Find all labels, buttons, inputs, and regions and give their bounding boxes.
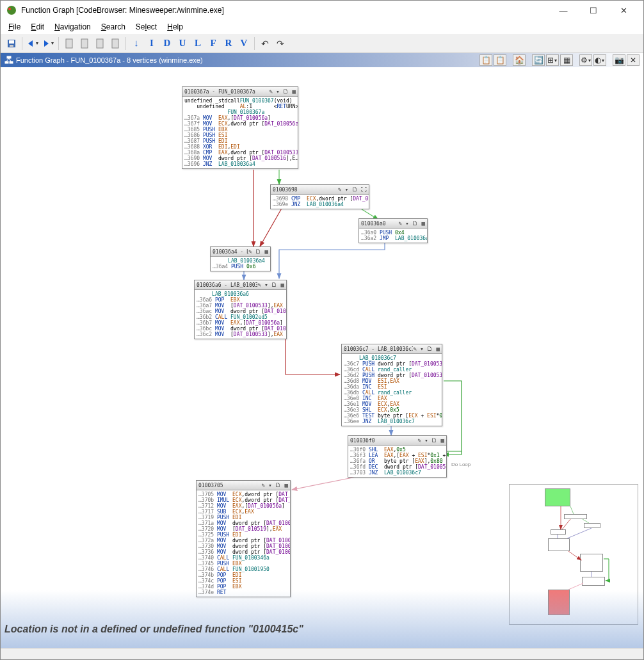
main-toolbar: ▾ ▾ ↓ I D U L F R V ↶ ↷ [1, 34, 643, 53]
home-icon[interactable]: 🏠 [513, 54, 526, 66]
svg-rect-5 [66, 39, 72, 48]
svg-rect-4 [10, 45, 13, 47]
undo-icon[interactable]: ↶ [258, 36, 272, 51]
menubar: File Edit Navigation Search Select Help [1, 20, 643, 34]
camera-icon[interactable]: 📷 [613, 54, 625, 66]
svg-point-0 [7, 6, 16, 15]
svg-point-1 [8, 8, 11, 10]
window-title: Function Graph [CodeBrowser: Minesweeper… [21, 6, 549, 15]
titlebar: Function Graph [CodeBrowser: Minesweeper… [1, 1, 643, 20]
redo-icon[interactable]: ↷ [273, 36, 287, 51]
menu-file[interactable]: File [4, 21, 24, 33]
graph-icon [4, 56, 13, 65]
menu-help[interactable]: Help [163, 21, 187, 33]
graph-node-010036a4[interactable]: 010036a4 - L…✎ 🗋 ▦ LAB_010036a4 …36a4 PU… [210, 246, 271, 271]
save-icon[interactable] [4, 36, 19, 51]
svg-rect-6 [81, 39, 88, 48]
panel-toolbar: 📋 📋 🏠 🔄 ⊞▾ ▦ ⚙▾ ◐▾ 📷 ✕ [479, 54, 640, 66]
statusbar [1, 648, 643, 659]
paste-icon[interactable]: 📋 [494, 54, 506, 66]
toolbar-V[interactable]: V [237, 36, 251, 51]
window-controls: — ☐ ✕ [549, 1, 638, 19]
graph-node-01003705[interactable]: 01003705✎ ▾ 🗋 ▦ …3705 MOV ECX,dword ptr … [196, 480, 291, 597]
toolbar-down-icon[interactable]: ↓ [129, 36, 143, 51]
doc4-icon[interactable] [108, 36, 122, 51]
svg-rect-8 [112, 39, 118, 48]
layout-icon[interactable]: ⊞▾ [546, 54, 559, 66]
status-message: Location is not in a defined or undefine… [4, 624, 303, 635]
refresh-icon[interactable]: 🔄 [532, 54, 545, 66]
toolbar-U[interactable]: U [175, 36, 189, 51]
graph-node-010036f0[interactable]: 010036f0✎ ▾ 🗋 ▦ …36f0 SHL EAX,0x5 …36f3 … [348, 435, 447, 478]
svg-rect-7 [97, 39, 103, 48]
svg-rect-9 [7, 56, 11, 58]
maximize-button[interactable]: ☐ [579, 1, 608, 19]
graph-canvas[interactable]: 0100367a - FUN_0100367a✎ ▾ 🗋 ▦ undefined… [1, 67, 643, 648]
doc2-icon[interactable] [77, 36, 92, 51]
svg-line-12 [6, 58, 9, 61]
back-icon[interactable]: ▾ [26, 36, 40, 51]
loop-label: Do Loop [451, 462, 471, 467]
nested-icon[interactable]: ▦ [560, 54, 573, 66]
graph-node-0100367a[interactable]: 0100367a - FUN_0100367a✎ ▾ 🗋 ▦ undefined… [182, 86, 298, 169]
svg-rect-11 [10, 61, 13, 63]
graph-node-010036a6[interactable]: 010036a6 - LAB_010036a6✎ ▾ 🗋 ▦ LAB_01003… [194, 280, 287, 339]
close-button[interactable]: ✕ [609, 1, 638, 19]
options-icon[interactable]: ◐▾ [593, 54, 606, 66]
doc3-icon[interactable] [93, 36, 107, 51]
menu-search[interactable]: Search [97, 21, 129, 33]
forward-icon[interactable]: ▾ [41, 36, 55, 51]
svg-line-13 [9, 58, 11, 61]
panel-title: Function Graph - FUN_0100367a - 8 vertic… [16, 56, 203, 64]
app-icon [6, 4, 17, 16]
menu-edit[interactable]: Edit [27, 21, 48, 33]
toolbar-I[interactable]: I [145, 36, 159, 51]
menu-select[interactable]: Select [132, 21, 161, 33]
graph-node-01003698[interactable]: 01003698✎ ▾ 🗋 ⛶ …3698 CMP ECX,dword ptr … [270, 184, 369, 209]
menu-navigation[interactable]: Navigation [51, 21, 95, 33]
toolbar-F[interactable]: F [206, 36, 220, 51]
graph-node-010036a0[interactable]: 010036a0✎ ▾ 🗋 ▦ …36a0 PUSH 0x4 …36a2 JMP… [358, 218, 428, 243]
copy-icon[interactable]: 📋 [479, 54, 492, 66]
doc1-icon[interactable] [62, 36, 76, 51]
svg-rect-10 [5, 61, 8, 63]
canvas-gradient [1, 590, 643, 648]
toolbar-R[interactable]: R [221, 36, 236, 51]
panel-close-icon[interactable]: ✕ [627, 54, 640, 66]
gear-icon[interactable]: ⚙▾ [579, 54, 592, 66]
main-window: Function Graph [CodeBrowser: Minesweeper… [0, 0, 644, 660]
toolbar-D[interactable]: D [160, 36, 174, 51]
toolbar-L[interactable]: L [191, 36, 205, 51]
panel-header: Function Graph - FUN_0100367a - 8 vertic… [1, 53, 643, 67]
graph-node-010036c7[interactable]: 010036c7 - LAB_010036c7✎ ▾ 🗋 ▦ LAB_01003… [341, 344, 442, 426]
svg-rect-3 [9, 40, 14, 44]
minimize-button[interactable]: — [549, 1, 578, 19]
